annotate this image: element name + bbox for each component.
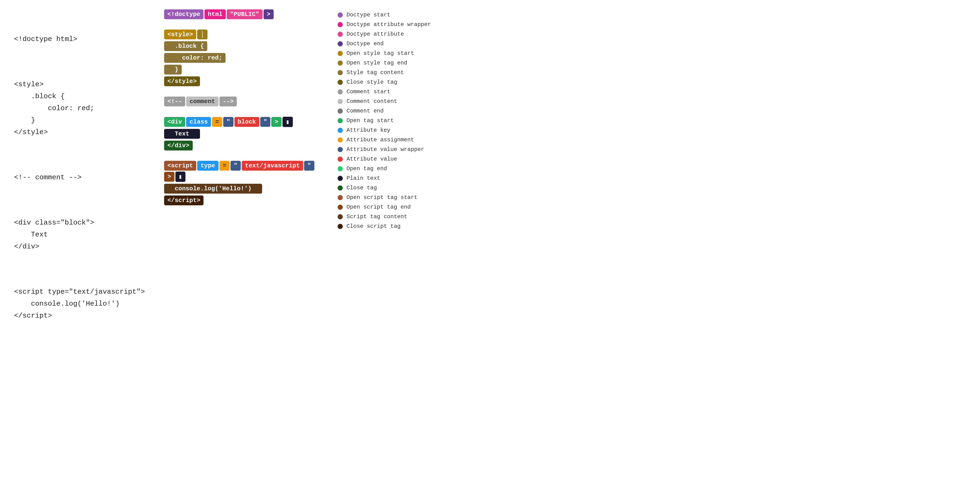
token-group-comment: <!-- comment --> (164, 97, 323, 107)
legend-label-3: Doctype end (347, 41, 383, 47)
legend-dot-13 (337, 137, 343, 143)
token-script-val-wrap-close: " (304, 161, 314, 171)
token-attr-key-type: type (197, 161, 218, 171)
legend-dot-15 (337, 157, 343, 162)
token-script-type-val: text/javascript (242, 161, 303, 171)
token-script-val-wrap-open: " (231, 161, 241, 171)
code-div: <div class="block"> Text </div> (14, 217, 150, 253)
legend-dot-21 (337, 214, 343, 219)
token-attr-assign-2: = (220, 161, 230, 171)
legend-label-22: Close script tag (347, 223, 401, 229)
legend-item-13: Attribute assignment (337, 137, 966, 143)
legend-dot-2 (337, 32, 343, 37)
code-doctype: <!doctype html> (14, 33, 150, 45)
legend-label-14: Attribute value wrapper (347, 146, 424, 153)
style-content-row2: color: red; (164, 53, 323, 63)
legend-dot-1 (337, 22, 343, 27)
legend-dot-6 (337, 70, 343, 75)
legend-dot-16 (337, 166, 343, 171)
legend-item-6: Style tag content (337, 69, 966, 76)
legend-dot-5 (337, 60, 343, 66)
legend-label-17: Plain text (347, 175, 380, 181)
token-script-close: </script> (164, 195, 204, 205)
style-content-row3: } (164, 65, 323, 75)
legend-item-8: Comment start (337, 89, 966, 95)
legend-dot-10 (337, 108, 343, 114)
legend-label-12: Attribute key (347, 127, 390, 134)
token-group-div: <div class = " block " > ▮ Text </div> (164, 117, 323, 151)
legend-dot-3 (337, 41, 343, 46)
token-attr-val-wrap-close: " (260, 117, 270, 127)
div-text-row: Text (164, 129, 323, 139)
legend-item-19: Open script tag start (337, 194, 966, 200)
token-attr-key-class: class (186, 117, 211, 127)
legend-label-19: Open script tag start (347, 194, 417, 200)
code-script: <script type="text/javascript"> console.… (14, 286, 150, 322)
legend-item-3: Doctype end (337, 41, 966, 47)
token-attr-val-wrap-open: " (223, 117, 234, 127)
legend-item-9: Comment content (337, 98, 966, 105)
legend-label-2: Doctype attribute (347, 31, 404, 37)
legend-label-6: Style tag content (347, 69, 404, 76)
token-doctype-html: html (204, 10, 226, 19)
legend-item-7: Close style tag (337, 79, 966, 85)
legend-dot-19 (337, 195, 343, 200)
script-close-row: </script> (164, 195, 323, 205)
token-div-open-start: <div (164, 117, 185, 127)
legend-dot-9 (337, 99, 343, 104)
legend-dot-8 (337, 89, 343, 94)
script-open-row: <script type = " text/javascript " > ▮ (164, 161, 323, 182)
token-cursor-2: ▮ (175, 172, 186, 182)
token-div-close: </div> (164, 141, 193, 151)
legend-label-21: Script tag content (347, 213, 407, 220)
token-attr-val-block: block (234, 117, 259, 127)
token-style-close: </style> (164, 76, 200, 86)
style-close-row: </style> (164, 76, 323, 86)
legend-item-12: Attribute key (337, 127, 966, 134)
token-style-open-end: │ (197, 30, 207, 40)
legend-dot-18 (337, 185, 343, 191)
legend-item-0: Doctype start (337, 12, 966, 18)
legend-item-14: Attribute value wrapper (337, 146, 966, 153)
legend-dot-12 (337, 128, 343, 133)
token-cursor-1: ▮ (283, 117, 293, 127)
legend-dot-17 (337, 176, 343, 181)
code-comment: <!-- comment --> (14, 172, 150, 183)
legend-dot-0 (337, 13, 343, 17)
comment-row: <!-- comment --> (164, 97, 323, 106)
token-group-script: <script type = " text/javascript " > ▮ c… (164, 161, 323, 206)
legend-label-0: Doctype start (347, 12, 390, 18)
legend-label-11: Open tag start (347, 118, 394, 124)
legend-label-15: Attribute value (347, 156, 397, 162)
legend-item-15: Attribute value (337, 156, 966, 162)
token-script-open-start: <script (164, 161, 196, 171)
token-style-content-3: } (164, 65, 182, 75)
token-doctype-public: "PUBLIC" (227, 10, 262, 19)
legend-label-16: Open tag end (347, 165, 387, 172)
token-comment-content: comment (186, 97, 218, 106)
token-doctype-end: > (264, 10, 274, 19)
legend-dot-14 (337, 147, 343, 152)
middle-panel: <!doctype html "PUBLIC" > <style> │ .blo… (164, 10, 323, 206)
legend-item-16: Open tag end (337, 165, 966, 172)
token-comment-start: <!-- (164, 97, 185, 106)
legend-label-13: Attribute assignment (347, 137, 414, 143)
legend-item-1: Doctype attribute wrapper (337, 21, 966, 28)
token-group-doctype: <!doctype html "PUBLIC" > (164, 10, 323, 20)
legend-label-9: Comment content (347, 98, 397, 105)
legend-item-11: Open tag start (337, 118, 966, 124)
legend-label-7: Close style tag (347, 79, 397, 85)
legend-item-18: Close tag (337, 185, 966, 191)
legend-dot-7 (337, 80, 343, 85)
left-panel: <!doctype html> <style> .block { color: … (14, 10, 150, 355)
div-close-row: </div> (164, 141, 323, 151)
legend-label-1: Doctype attribute wrapper (347, 21, 431, 28)
legend-panel: Doctype startDoctype attribute wrapperDo… (337, 10, 966, 229)
token-script-content: console.log('Hello!') (164, 184, 262, 194)
token-style-content-2: color: red; (164, 53, 226, 63)
token-doctype-start: <!doctype (164, 10, 204, 19)
legend-item-10: Comment end (337, 108, 966, 114)
div-open-row: <div class = " block " > ▮ (164, 117, 323, 127)
code-style: <style> .block { color: red; } </style> (14, 78, 150, 138)
legend-label-18: Close tag (347, 185, 377, 191)
